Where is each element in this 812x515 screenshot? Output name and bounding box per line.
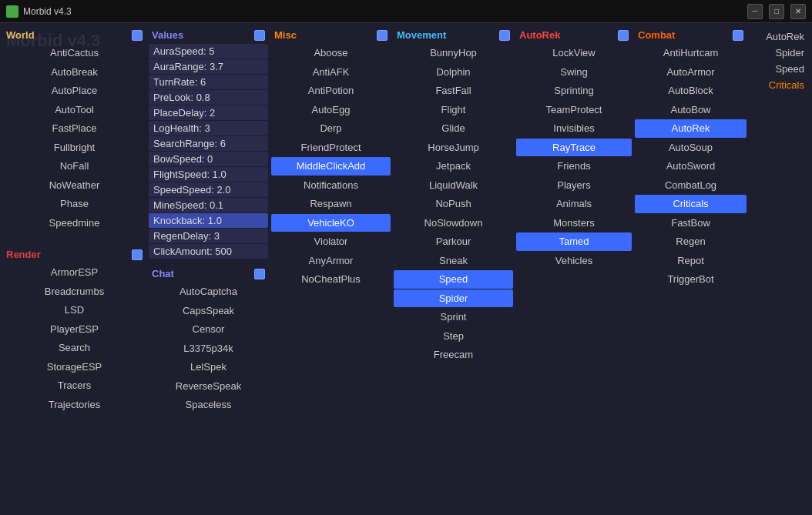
list-item[interactable]: CombatLog	[635, 176, 747, 195]
list-item[interactable]: BunnyHop	[394, 44, 513, 62]
list-item[interactable]: Censor	[149, 320, 268, 339]
input-item[interactable]: FlightSpeed: 1.0	[149, 167, 268, 182]
list-item[interactable]: Violator	[271, 232, 391, 251]
list-item[interactable]: Respawn	[271, 195, 391, 213]
list-item[interactable]: Glide	[394, 119, 513, 138]
list-item-active[interactable]: Spider	[394, 289, 513, 308]
panel-misc-checkbox[interactable]	[377, 30, 388, 41]
list-item[interactable]: TeamProtect	[516, 101, 632, 119]
list-item[interactable]: LSD	[3, 301, 146, 319]
list-item[interactable]: Players	[516, 176, 632, 195]
list-item[interactable]: Breadcrumbs	[3, 283, 146, 301]
list-item[interactable]: Notifications	[271, 176, 391, 195]
list-item[interactable]: Tracers	[3, 376, 146, 395]
input-item[interactable]: ClickAmount: 500	[149, 244, 268, 259]
list-item[interactable]: NoCheatPlus	[271, 270, 391, 289]
list-item[interactable]: Aboose	[271, 44, 391, 62]
list-item[interactable]: Animals	[516, 195, 632, 213]
list-item-active[interactable]: Tamed	[516, 232, 632, 251]
list-item[interactable]: LiquidWalk	[394, 176, 513, 195]
list-item[interactable]: AutoSoup	[635, 139, 747, 157]
input-item[interactable]: BowSpeed: 0	[149, 152, 268, 166]
close-button[interactable]: ✕	[790, 4, 806, 19]
list-item[interactable]: AutoBreak	[3, 63, 146, 82]
list-item[interactable]: FastFall	[394, 82, 513, 100]
input-item[interactable]: SpeedSpeed: 2.0	[149, 182, 268, 197]
list-item[interactable]: ReverseSpeak	[149, 377, 268, 396]
list-item[interactable]: LelSpek	[149, 358, 268, 376]
list-item[interactable]: PlayerESP	[3, 320, 146, 339]
list-item[interactable]: HorseJump	[394, 139, 513, 157]
input-item[interactable]: PlaceDelay: 2	[149, 105, 268, 120]
list-item[interactable]: Friends	[516, 157, 632, 176]
list-item[interactable]: Jetpack	[394, 157, 513, 176]
panel-world-checkbox[interactable]	[132, 30, 143, 41]
list-item[interactable]: Dolphin	[394, 63, 513, 82]
panel-chat-checkbox[interactable]	[254, 269, 265, 279]
list-item[interactable]: AutoBlock	[635, 82, 747, 100]
list-item[interactable]: Flight	[394, 101, 513, 119]
list-item[interactable]: FastBow	[635, 214, 747, 232]
list-item[interactable]: Regen	[635, 232, 747, 251]
list-item[interactable]: Repot	[635, 252, 747, 270]
list-item[interactable]: NoPush	[394, 195, 513, 213]
maximize-button[interactable]: □	[769, 4, 784, 19]
list-item[interactable]: AutoSword	[635, 157, 747, 176]
list-item[interactable]: Search	[3, 339, 146, 357]
list-item[interactable]: AntiPotion	[271, 82, 391, 100]
list-item[interactable]: Sprint	[394, 308, 513, 326]
list-item[interactable]: TriggerBot	[635, 270, 747, 289]
input-item[interactable]: TurnRate: 6	[149, 75, 268, 89]
list-item-active[interactable]: RayTrace	[516, 139, 632, 157]
input-item[interactable]: AuraRange: 3.7	[149, 59, 268, 74]
panel-render-checkbox[interactable]	[132, 249, 143, 260]
list-item[interactable]: AutoArmor	[635, 63, 747, 82]
panel-movement-checkbox[interactable]	[499, 30, 510, 41]
list-item[interactable]: Freecam	[394, 346, 513, 364]
input-item[interactable]: PreLook: 0.8	[149, 90, 268, 105]
list-item[interactable]: Vehicles	[516, 252, 632, 270]
list-item[interactable]: Parkour	[394, 232, 513, 251]
input-item[interactable]: LogHealth: 3	[149, 121, 268, 135]
list-item[interactable]: NoFall	[3, 157, 146, 176]
list-item-active[interactable]: Speed	[394, 270, 513, 289]
input-item[interactable]: MineSpeed: 0.1	[149, 198, 268, 212]
list-item-active[interactable]: Criticals	[635, 195, 747, 213]
input-item[interactable]: AuraSpeed: 5	[149, 44, 268, 59]
list-item[interactable]: AutoCaptcha	[149, 283, 268, 301]
list-item[interactable]: AntiCactus	[3, 44, 146, 62]
list-item[interactable]: Fullbright	[3, 139, 146, 157]
list-item-active[interactable]: MiddleClickAdd	[271, 157, 391, 176]
list-item[interactable]: Spaceless	[149, 396, 268, 414]
list-item[interactable]: AutoPlace	[3, 82, 146, 100]
list-item[interactable]: Sprinting	[516, 82, 632, 100]
list-item[interactable]: Invisibles	[516, 119, 632, 138]
list-item[interactable]: Step	[394, 327, 513, 346]
list-item[interactable]: Speedmine	[3, 214, 146, 232]
list-item[interactable]: Monsters	[516, 214, 632, 232]
panel-values-checkbox[interactable]	[254, 30, 265, 41]
list-item[interactable]: AnyArmor	[271, 252, 391, 270]
list-item[interactable]: Phase	[3, 195, 146, 213]
input-item[interactable]: Knockback: 1.0	[149, 213, 268, 228]
list-item[interactable]: Swing	[516, 63, 632, 82]
list-item[interactable]: AutoTool	[3, 101, 146, 119]
list-item[interactable]: FriendProtect	[271, 139, 391, 157]
list-item[interactable]: NoWeather	[3, 176, 146, 195]
panel-autorek-checkbox[interactable]	[618, 30, 629, 41]
list-item[interactable]: AntiHurtcam	[635, 44, 747, 62]
panel-combat-checkbox[interactable]	[733, 30, 743, 41]
list-item-active[interactable]: AutoRek	[635, 119, 747, 138]
list-item[interactable]: StorageESP	[3, 358, 146, 376]
list-item[interactable]: LockView	[516, 44, 632, 62]
list-item[interactable]: Derp	[271, 119, 391, 138]
list-item[interactable]: Sneak	[394, 252, 513, 270]
list-item[interactable]: AutoBow	[635, 101, 747, 119]
list-item[interactable]: FastPlace	[3, 119, 146, 138]
input-item[interactable]: RegenDelay: 3	[149, 229, 268, 243]
list-item[interactable]: AutoEgg	[271, 101, 391, 119]
list-item[interactable]: L3375p34k	[149, 339, 268, 358]
list-item-active[interactable]: VehicleKO	[271, 214, 391, 232]
list-item[interactable]: AntiAFK	[271, 63, 391, 82]
input-item[interactable]: SearchRange: 6	[149, 136, 268, 151]
